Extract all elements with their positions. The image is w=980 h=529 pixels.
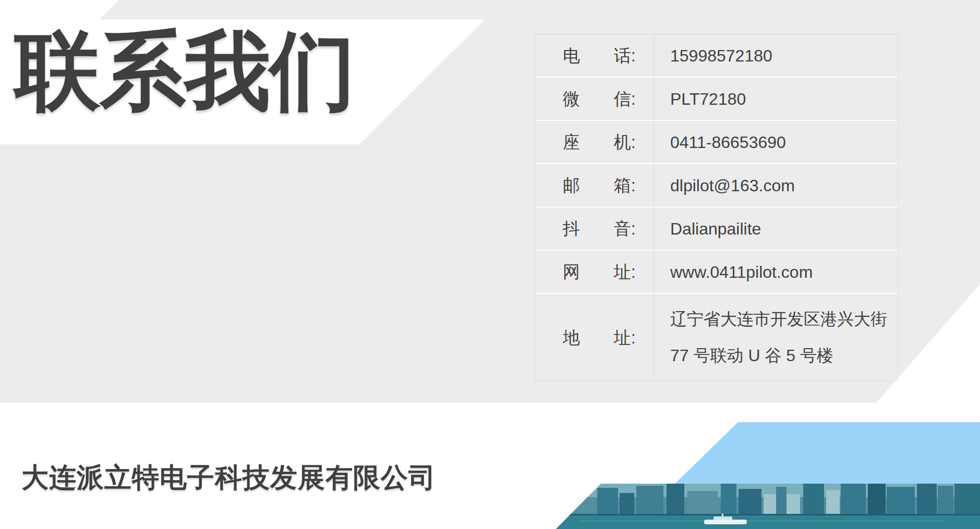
- landline-value: 0411-86653690: [654, 121, 898, 163]
- company-name: 大连派立特电子科技发展有限公司: [21, 460, 436, 496]
- label-char: 邮: [563, 177, 580, 194]
- city-skyline-graphic: [548, 484, 980, 529]
- douyin-value: Dalianpailite: [654, 207, 898, 250]
- row-label-cell: 座 机:: [535, 121, 654, 163]
- row-label-cell: 微 信:: [535, 78, 654, 120]
- row-label-cell: 抖 音:: [535, 207, 654, 250]
- label-char: 地: [563, 329, 580, 346]
- row-label: 网 址:: [563, 263, 636, 280]
- table-row-phone: 电 话: 15998572180: [535, 34, 898, 78]
- email-value: dlpilot@163.com: [654, 164, 898, 206]
- table-row-email: 邮 箱: dlpilot@163.com: [535, 164, 898, 207]
- label-char: 信:: [614, 90, 636, 107]
- label-char: 电: [563, 47, 580, 64]
- row-label-cell: 电 话:: [535, 34, 654, 77]
- table-row-address: 地 址: 辽宁省大连市开发区港兴大街 77 号联动 U 谷 5 号楼: [535, 294, 898, 380]
- table-row-wechat: 微 信: PLT72180: [535, 78, 898, 121]
- row-label-cell: 地 址:: [535, 294, 654, 380]
- wechat-value: PLT72180: [654, 78, 898, 120]
- label-char: 址:: [614, 263, 636, 280]
- label-char: 抖: [563, 220, 580, 237]
- row-label: 微 信:: [563, 90, 636, 107]
- website-value: www.0411pilot.com: [654, 251, 898, 293]
- row-label: 电 话:: [563, 47, 636, 64]
- phone-value: 15998572180: [654, 34, 898, 77]
- table-row-douyin: 抖 音: Dalianpailite: [535, 207, 898, 251]
- row-label: 地 址:: [563, 329, 636, 346]
- table-row-landline: 座 机: 0411-86653690: [535, 121, 898, 164]
- row-label: 邮 箱:: [563, 177, 636, 194]
- label-char: 座: [563, 133, 580, 151]
- address-value: 辽宁省大连市开发区港兴大街 77 号联动 U 谷 5 号楼: [654, 294, 898, 380]
- label-char: 微: [563, 90, 580, 107]
- table-row-website: 网 址: www.0411pilot.com: [535, 251, 898, 294]
- row-label: 抖 音:: [563, 220, 636, 237]
- row-label: 座 机:: [563, 133, 636, 151]
- label-char: 机:: [614, 133, 636, 151]
- label-char: 址:: [614, 329, 636, 346]
- label-char: 网: [563, 263, 580, 280]
- label-char: 音:: [614, 220, 636, 237]
- label-char: 箱:: [614, 177, 636, 194]
- row-label-cell: 邮 箱:: [535, 164, 654, 206]
- address-line-1: 辽宁省大连市开发区港兴大街: [670, 311, 887, 327]
- address-line-2: 77 号联动 U 谷 5 号楼: [670, 347, 833, 364]
- row-label-cell: 网 址:: [535, 251, 654, 293]
- page-title: 联系我们: [15, 22, 355, 121]
- label-char: 话:: [614, 47, 636, 64]
- contact-table: 电 话: 15998572180 微 信: PLT72180 座 机: 0411…: [535, 34, 898, 381]
